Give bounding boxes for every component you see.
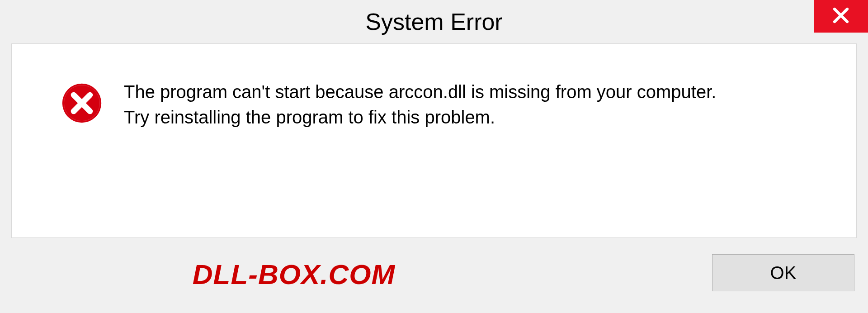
close-button[interactable] <box>814 0 868 33</box>
error-message: The program can't start because arccon.d… <box>124 78 716 130</box>
close-icon <box>831 6 850 27</box>
footer-bar: DLL-BOX.COM OK <box>0 245 868 313</box>
dialog-body: The program can't start because arccon.d… <box>11 43 857 238</box>
dialog-title: System Error <box>365 8 502 35</box>
error-icon <box>61 83 102 123</box>
brand-watermark: DLL-BOX.COM <box>193 258 395 290</box>
ok-button[interactable]: OK <box>712 254 854 291</box>
titlebar: System Error <box>0 0 868 43</box>
error-message-line1: The program can't start because arccon.d… <box>124 79 716 104</box>
error-message-line2: Try reinstalling the program to fix this… <box>124 104 716 130</box>
